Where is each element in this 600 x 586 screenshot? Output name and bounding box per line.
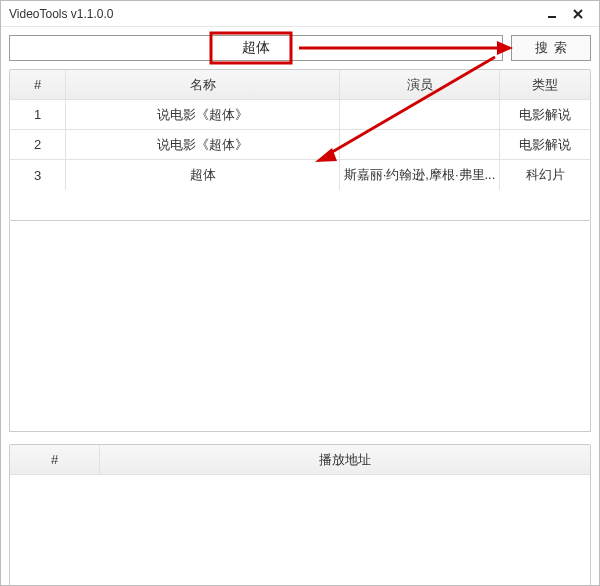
cell-type: 科幻片 [500,160,590,190]
table-row[interactable]: 2 说电影《超体》 电影解说 [10,130,590,160]
cell-actor [340,100,500,129]
play-col-index[interactable]: # [10,445,100,474]
play-header-row: # 播放地址 [10,445,590,475]
results-empty-area [9,221,591,432]
cell-name: 超体 [66,160,340,190]
cell-actor [340,130,500,159]
table-row[interactable]: 1 说电影《超体》 电影解说 [10,100,590,130]
play-col-url[interactable]: 播放地址 [100,445,590,474]
cell-actor: 斯嘉丽·约翰逊,摩根·弗里... [340,160,500,190]
search-input[interactable]: 超体 [9,35,503,61]
close-button[interactable] [565,1,591,27]
window-title: VideoTools v1.1.0.0 [9,7,539,21]
cell-index: 3 [10,160,66,190]
search-button[interactable]: 搜索 [511,35,591,61]
table-row[interactable]: 3 超体 斯嘉丽·约翰逊,摩根·弗里... 科幻片 [10,160,590,190]
play-body [10,475,590,586]
app-window: VideoTools v1.1.0.0 超体 搜索 # 名称 演员 类型 1 说… [0,0,600,586]
results-header-row: # 名称 演员 类型 [10,70,590,100]
col-name[interactable]: 名称 [66,70,340,99]
results-body: 1 说电影《超体》 电影解说 2 说电影《超体》 电影解说 3 超体 斯嘉丽·约… [10,100,590,220]
play-table: # 播放地址 [9,444,591,586]
cell-type: 电影解说 [500,100,590,129]
cell-type: 电影解说 [500,130,590,159]
search-bar: 超体 搜索 [1,27,599,69]
cell-name: 说电影《超体》 [66,100,340,129]
cell-index: 1 [10,100,66,129]
col-index[interactable]: # [10,70,66,99]
titlebar: VideoTools v1.1.0.0 [1,1,599,27]
results-table: # 名称 演员 类型 1 说电影《超体》 电影解说 2 说电影《超体》 电影解说… [9,69,591,221]
minimize-button[interactable] [539,1,565,27]
cell-index: 2 [10,130,66,159]
cell-name: 说电影《超体》 [66,130,340,159]
col-actor[interactable]: 演员 [340,70,500,99]
col-type[interactable]: 类型 [500,70,590,99]
